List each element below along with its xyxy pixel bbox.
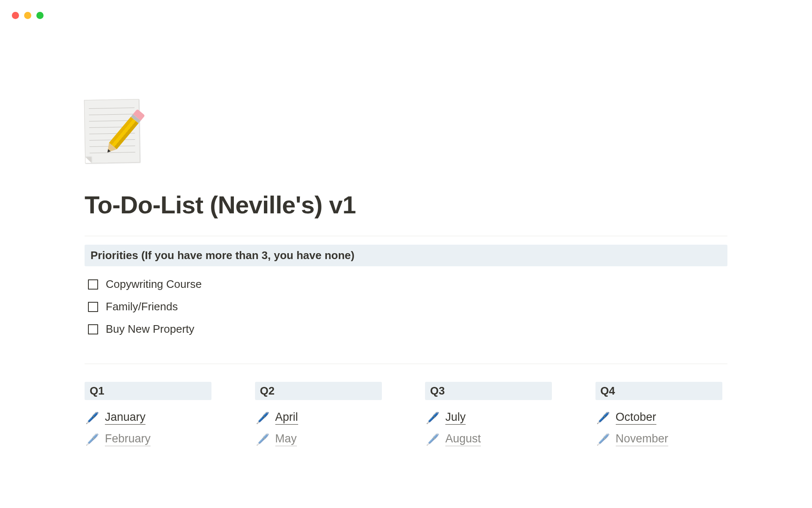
- page-icon[interactable]: [85, 99, 144, 165]
- month-link[interactable]: 🖊️ July: [425, 407, 557, 428]
- month-link[interactable]: 🖊️ August: [425, 428, 557, 450]
- todo-checkbox[interactable]: [88, 302, 98, 312]
- window-zoom-button[interactable]: [36, 12, 44, 19]
- todo-label: Buy New Property: [106, 323, 195, 336]
- month-label: August: [445, 432, 481, 446]
- month-link[interactable]: 🖊️ February: [85, 428, 217, 450]
- pen-icon: 🖊️: [85, 412, 99, 423]
- month-label: November: [616, 432, 669, 446]
- quarters-grid: Q1 🖊️ January 🖊️ February Q2 🖊️ April 🖊️: [85, 382, 727, 450]
- month-link[interactable]: 🖊️ January: [85, 407, 217, 428]
- priorities-heading[interactable]: Priorities (If you have more than 3, you…: [85, 245, 727, 266]
- divider: [85, 236, 727, 236]
- quarter-heading[interactable]: Q2: [255, 382, 382, 400]
- month-link[interactable]: 🖊️ November: [595, 428, 728, 450]
- month-link[interactable]: 🖊️ May: [255, 428, 387, 450]
- app-window: To-Do-List (Neville's) v1 Priorities (If…: [0, 0, 812, 508]
- month-link[interactable]: 🖊️ October: [595, 407, 728, 428]
- quarter-column-q1: Q1 🖊️ January 🖊️ February: [85, 382, 217, 450]
- divider: [85, 364, 727, 364]
- todo-label: Copywriting Course: [106, 278, 202, 291]
- quarter-column-q3: Q3 🖊️ July 🖊️ August: [425, 382, 557, 450]
- pen-icon: 🖊️: [596, 434, 610, 445]
- todo-checkbox[interactable]: [88, 279, 98, 290]
- page-content: To-Do-List (Neville's) v1 Priorities (If…: [85, 99, 727, 450]
- month-label: April: [275, 411, 298, 425]
- pen-icon: 🖊️: [85, 434, 99, 445]
- page-title[interactable]: To-Do-List (Neville's) v1: [85, 190, 727, 219]
- pen-icon: 🖊️: [596, 412, 610, 423]
- quarter-heading[interactable]: Q4: [595, 382, 722, 400]
- month-label: May: [275, 432, 297, 446]
- todo-item[interactable]: Buy New Property: [85, 318, 727, 340]
- month-label: July: [445, 411, 466, 425]
- month-label: February: [105, 432, 151, 446]
- priorities-list: Copywriting Course Family/Friends Buy Ne…: [85, 273, 727, 340]
- todo-item[interactable]: Family/Friends: [85, 295, 727, 318]
- todo-label: Family/Friends: [106, 300, 178, 313]
- month-label: January: [105, 411, 145, 425]
- todo-checkbox[interactable]: [88, 324, 98, 334]
- todo-item[interactable]: Copywriting Course: [85, 273, 727, 295]
- quarter-heading[interactable]: Q1: [85, 382, 211, 400]
- month-link[interactable]: 🖊️ April: [255, 407, 387, 428]
- month-label: October: [616, 411, 656, 425]
- window-controls: [12, 12, 44, 19]
- pen-icon: 🖊️: [256, 434, 269, 445]
- window-close-button[interactable]: [12, 12, 19, 19]
- quarter-column-q2: Q2 🖊️ April 🖊️ May: [255, 382, 387, 450]
- window-minimize-button[interactable]: [24, 12, 31, 19]
- quarter-column-q4: Q4 🖊️ October 🖊️ November: [595, 382, 728, 450]
- pen-icon: 🖊️: [426, 412, 439, 423]
- quarter-heading[interactable]: Q3: [425, 382, 552, 400]
- pen-icon: 🖊️: [426, 434, 439, 445]
- pen-icon: 🖊️: [256, 412, 269, 423]
